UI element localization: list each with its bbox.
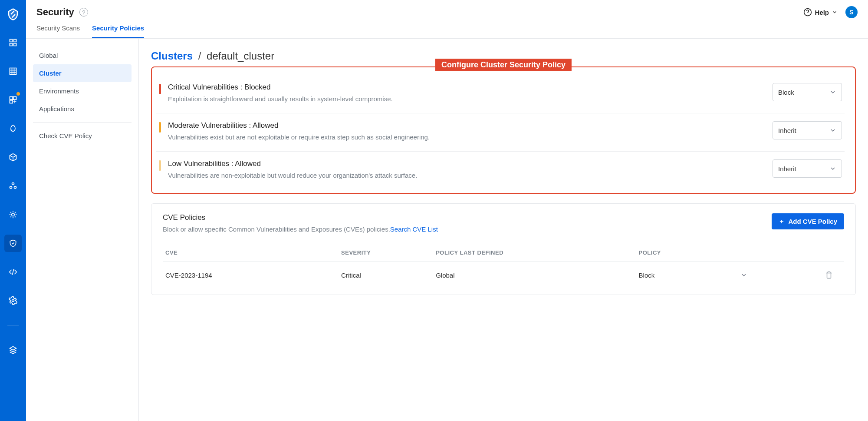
sidebar-item-check-cve[interactable]: Check CVE Policy [33, 127, 132, 145]
svg-rect-0 [10, 40, 13, 42]
vuln-critical-title: Critical Vulnerabilities : Blocked [168, 83, 766, 92]
breadcrumb-current: default_cluster [207, 50, 274, 62]
svg-rect-4 [10, 68, 16, 75]
sidebar-item-global[interactable]: Global [33, 46, 132, 64]
vuln-low-desc: Vulnerabilities are non-exploitable but … [168, 172, 766, 179]
cve-policies-desc: Block or allow specific Common Vulnerabi… [163, 225, 390, 233]
severity-bar-low-icon [159, 160, 161, 171]
svg-point-12 [12, 300, 14, 302]
chevron-down-icon [740, 272, 747, 278]
vuln-critical-select-value: Block [778, 89, 794, 96]
svg-rect-7 [10, 100, 13, 103]
cve-id: CVE-2023-1194 [165, 272, 341, 279]
main-content: Clusters / default_cluster Configure Clu… [139, 39, 868, 421]
cve-policy-select[interactable]: Block [639, 272, 760, 279]
plus-icon [779, 219, 785, 225]
sidebar-divider [33, 122, 132, 123]
vuln-moderate-select-value: Inherit [778, 127, 796, 134]
nav-grid-icon[interactable] [4, 63, 22, 80]
sidebar-item-cluster[interactable]: Cluster [33, 64, 132, 82]
help-icon [803, 8, 812, 17]
vulnerability-policy-card: Configure Cluster Security Policy Critic… [151, 66, 856, 194]
page-title: Security [36, 7, 74, 18]
svg-point-8 [12, 183, 14, 185]
severity-bar-moderate-icon [159, 122, 161, 133]
chevron-down-icon [829, 127, 836, 134]
vuln-moderate-title: Moderate Vulnerabilities : Allowed [168, 121, 766, 130]
rail-divider [7, 325, 19, 325]
cve-defined: Global [436, 272, 638, 279]
chevron-down-icon [829, 165, 836, 172]
col-policy: POLICY [639, 249, 760, 256]
add-cve-policy-button[interactable]: Add CVE Policy [772, 213, 844, 229]
chevron-down-icon [829, 89, 836, 96]
cve-table-header: CVE SEVERITY POLICY LAST DEFINED POLICY [163, 244, 844, 262]
help-label: Help [815, 9, 829, 16]
add-cve-policy-label: Add CVE Policy [788, 218, 837, 225]
nav-rocket-icon[interactable] [4, 120, 22, 137]
cve-policy-value: Block [639, 272, 655, 279]
svg-rect-5 [10, 97, 13, 100]
tab-security-policies[interactable]: Security Policies [92, 24, 144, 38]
tab-security-scans[interactable]: Security Scans [36, 24, 80, 38]
cve-policies-card: CVE Policies Block or allow specific Com… [151, 203, 856, 295]
vuln-row-critical: Critical Vulnerabilities : Blocked Explo… [156, 75, 845, 113]
cve-severity: Critical [341, 272, 436, 279]
vuln-critical-select[interactable]: Block [773, 83, 842, 101]
vuln-row-moderate: Moderate Vulnerabilities : Allowed Vulne… [156, 113, 845, 152]
svg-rect-1 [14, 40, 16, 42]
nav-cube-icon[interactable] [4, 149, 22, 166]
policies-sidebar: Global Cluster Environments Applications… [26, 39, 139, 421]
app-logo-icon [7, 8, 20, 21]
svg-rect-6 [13, 97, 16, 100]
left-nav-rail [0, 0, 26, 421]
nav-code-icon[interactable] [4, 263, 22, 281]
svg-point-10 [14, 186, 16, 189]
vuln-low-select-value: Inherit [778, 165, 796, 172]
breadcrumb-sep: / [198, 50, 201, 62]
help-menu[interactable]: Help [803, 8, 838, 17]
nav-dashboard-icon[interactable] [4, 34, 22, 51]
user-avatar[interactable]: S [845, 6, 858, 18]
nav-apps-icon[interactable] [4, 91, 22, 109]
page-title-help-icon[interactable]: ? [79, 8, 88, 17]
severity-bar-critical-icon [159, 84, 161, 94]
cve-table-row: CVE-2023-1194 Critical Global Block [163, 262, 844, 288]
nav-config-gear-icon[interactable] [4, 292, 22, 309]
svg-point-11 [12, 213, 15, 216]
svg-rect-3 [14, 43, 16, 46]
delete-cve-icon[interactable] [825, 271, 833, 279]
sidebar-item-applications[interactable]: Applications [33, 100, 132, 118]
page-header: Security ? Help S Security Scans Securit… [26, 0, 868, 39]
nav-layers-icon[interactable] [4, 341, 22, 358]
vuln-moderate-select[interactable]: Inherit [773, 121, 842, 139]
search-cve-list-link[interactable]: Search CVE List [390, 225, 438, 233]
header-tabs: Security Scans Security Policies [36, 24, 858, 38]
col-severity: SEVERITY [341, 249, 436, 256]
nav-cluster-icon[interactable] [4, 177, 22, 195]
vuln-low-select[interactable]: Inherit [773, 159, 842, 178]
cve-policies-title: CVE Policies [163, 213, 438, 222]
svg-point-9 [10, 186, 12, 189]
chevron-down-icon [832, 9, 838, 15]
svg-rect-2 [10, 43, 13, 46]
sidebar-item-environments[interactable]: Environments [33, 82, 132, 100]
breadcrumb-root[interactable]: Clusters [151, 50, 193, 62]
callout-label: Configure Cluster Security Policy [435, 59, 572, 71]
col-defined: POLICY LAST DEFINED [436, 249, 638, 256]
col-cve: CVE [165, 249, 341, 256]
vuln-row-low: Low Vulnerabilities : Allowed Vulnerabil… [156, 152, 845, 189]
vuln-moderate-desc: Vulnerabilities exist but are not exploi… [168, 133, 766, 141]
vuln-low-title: Low Vulnerabilities : Allowed [168, 159, 766, 168]
nav-settings-gear-icon[interactable] [4, 206, 22, 223]
nav-security-shield-icon[interactable] [4, 235, 22, 252]
vuln-critical-desc: Exploitation is straightforward and usua… [168, 95, 766, 103]
